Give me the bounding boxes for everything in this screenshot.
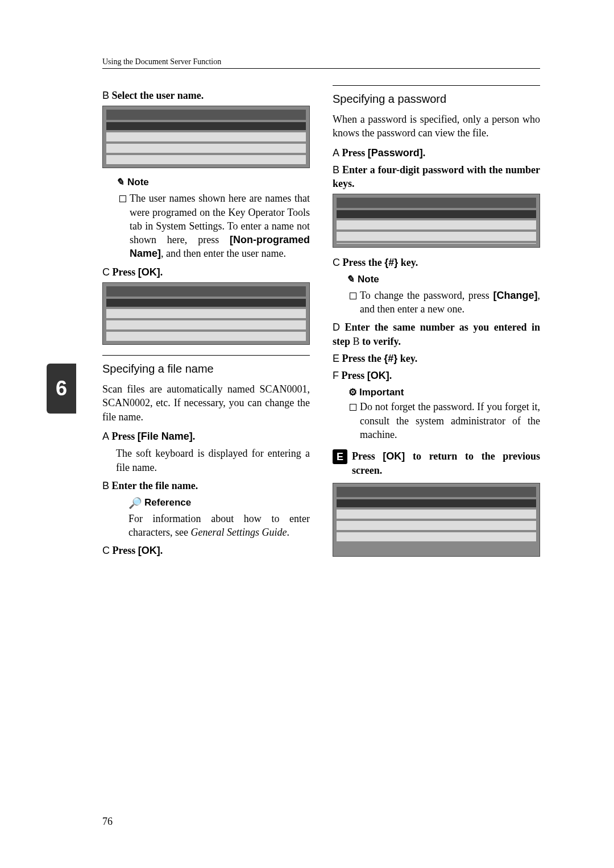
step-text: Enter a four-digit password with the num… xyxy=(333,164,540,189)
step-letter: B xyxy=(102,90,109,101)
note-text-2: , and then enter the user name. xyxy=(161,248,286,259)
running-header: Using the Document Server Function xyxy=(102,57,221,68)
important-heading: ⚙ Important xyxy=(349,386,540,399)
note-body: To change the password, press [Change], … xyxy=(360,289,540,316)
step-letter: C xyxy=(102,266,110,278)
chapter-tab: 6 xyxy=(47,364,76,414)
step-letter: E xyxy=(333,353,339,364)
page-number: 76 xyxy=(102,815,113,828)
note-heading: ✎ Note xyxy=(116,176,310,189)
step-select-username: B Select the user name. xyxy=(102,89,310,102)
bullet-icon xyxy=(350,404,356,411)
important-label: Important xyxy=(359,386,404,399)
step-press-password: A Press [Password]. xyxy=(333,146,540,160)
step-letter: B xyxy=(102,480,109,491)
return-screen-thumbnail xyxy=(333,483,540,557)
filename-paragraph: Scan files are automatically named SCAN0… xyxy=(102,382,310,424)
step-pre: Press xyxy=(112,431,138,442)
big-step-text: Press [OK] to return to the previous scr… xyxy=(352,449,540,477)
bullet-icon xyxy=(119,195,126,202)
step-post: . xyxy=(423,147,426,158)
right-column: Specifying a password When a password is… xyxy=(333,85,540,565)
important-body: Do not forget the password. If you forge… xyxy=(360,400,540,441)
step-letter: A xyxy=(102,431,109,442)
gear-icon: ⚙ xyxy=(349,386,357,399)
step-letter: A xyxy=(333,147,339,158)
step-pre: Press xyxy=(342,370,367,381)
filename-body: The soft keyboard is displayed for enter… xyxy=(116,446,310,474)
magnifier-icon: 🔎 xyxy=(128,496,142,511)
step-pre: Press xyxy=(113,545,138,556)
step-enter-password: B Enter a four-digit password with the n… xyxy=(333,163,540,191)
change-label: [Change] xyxy=(493,290,538,301)
step-letter: C xyxy=(333,257,340,268)
ok-label: [OK] xyxy=(138,266,160,278)
step-ref: B xyxy=(353,336,360,347)
ref-italic: General Settings Guide xyxy=(190,527,287,538)
filename-label: [File Name] xyxy=(138,431,193,442)
step-post: to verify. xyxy=(360,336,401,347)
step-pre: Press xyxy=(352,450,383,462)
important-text: Do not forget the password. If you forge… xyxy=(360,401,540,440)
username-screen-thumbnail xyxy=(102,106,310,168)
step-text: Enter the file name. xyxy=(112,480,198,491)
password-label: [Password] xyxy=(368,147,423,158)
step-post: . xyxy=(389,370,392,381)
step-post: . xyxy=(193,431,196,442)
step-post: key. xyxy=(397,353,417,364)
step-post: . xyxy=(160,545,163,556)
step-verify-password: D Enter the same number as you entered i… xyxy=(333,320,540,348)
password-paragraph: When a password is specified, only a per… xyxy=(333,112,540,140)
ok-screen-thumbnail xyxy=(102,282,310,345)
step-press-filename: A Press [File Name]. xyxy=(102,429,310,443)
password-screen-thumbnail xyxy=(333,194,540,248)
step-enter-filename: B Enter the file name. xyxy=(102,479,310,493)
note-heading: ✎ Note xyxy=(346,273,540,286)
step-press-ok-2: C Press [OK]. xyxy=(102,544,310,557)
bullet-icon xyxy=(350,293,356,299)
reference-heading: 🔎 Reference xyxy=(128,496,310,511)
note-label: Note xyxy=(358,273,379,286)
step-letter: C xyxy=(102,545,110,556)
step-number-badge: E xyxy=(333,449,347,464)
ok-label: [OK] xyxy=(138,545,160,556)
step-pre: Press the xyxy=(342,353,384,364)
ok-label: [OK] xyxy=(383,450,405,462)
step-press-hash-1: C Press the {#} key. xyxy=(333,256,540,269)
two-column-layout: B Select the user name. ✎ Note The user … xyxy=(102,85,540,565)
pencil-icon: ✎ xyxy=(116,176,124,189)
reference-body: For information about how to enter chara… xyxy=(128,512,310,540)
step-press-ok-1: C Press [OK]. xyxy=(102,265,310,279)
note-text-1: To change the password, press xyxy=(360,290,493,301)
note-label: Note xyxy=(127,176,149,189)
left-column: B Select the user name. ✎ Note The user … xyxy=(102,85,310,565)
step-text: Select the user name. xyxy=(112,90,204,101)
step-letter: D xyxy=(333,322,340,333)
step-press-ok-3: F Press [OK]. xyxy=(333,369,540,382)
step-post: key. xyxy=(398,257,418,268)
reference-label: Reference xyxy=(144,496,191,510)
heading-file-name: Specifying a file name xyxy=(102,355,310,377)
hash-key: {#} xyxy=(384,353,397,364)
main-step-return: E Press [OK] to return to the previous s… xyxy=(333,449,540,477)
step-pre: Press xyxy=(342,147,368,158)
note-body: The user names shown here are names that… xyxy=(130,191,310,260)
ok-label: [OK] xyxy=(367,370,389,381)
step-post: . xyxy=(160,266,163,278)
heading-password: Specifying a password xyxy=(333,85,540,107)
header-rule xyxy=(102,68,540,69)
step-letter: F xyxy=(333,370,339,381)
step-pre: Press xyxy=(113,266,138,278)
ref-text-2: . xyxy=(287,527,289,538)
pencil-icon: ✎ xyxy=(346,273,354,286)
step-pre: Press the xyxy=(343,257,385,268)
step-press-hash-2: E Press the {#} key. xyxy=(333,352,540,365)
step-letter: B xyxy=(333,164,339,176)
hash-key: {#} xyxy=(384,257,398,268)
